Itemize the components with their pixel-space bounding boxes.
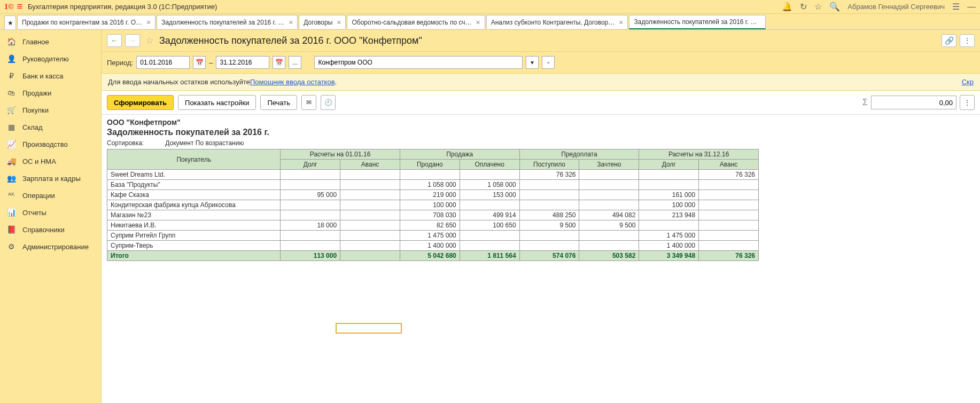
- table-row[interactable]: Никитаева И.В.18 00082 650100 6509 5009 …: [107, 220, 759, 231]
- history-icon[interactable]: ↻: [800, 2, 807, 12]
- show-settings-button[interactable]: Показать настройки: [178, 95, 256, 110]
- cell-total-value: [340, 251, 400, 261]
- cell-value: [281, 180, 340, 190]
- favorite-icon[interactable]: ☆: [145, 35, 154, 46]
- sidebar-item[interactable]: 📊Отчеты: [0, 204, 101, 221]
- cell-value: [699, 231, 759, 241]
- cell-value: [579, 190, 639, 200]
- tab[interactable]: Продажи по контрагентам за 2016 г. О…×: [17, 15, 155, 29]
- cell-value: 1 475 000: [639, 231, 699, 241]
- sidebar-icon: 📊: [6, 208, 16, 217]
- tab[interactable]: Анализ субконто Контрагенты, Договор…×: [486, 15, 628, 29]
- cell-buyer: Кафе Сказка: [107, 190, 281, 200]
- th-sold: Продано: [400, 160, 460, 170]
- settings-icon[interactable]: ☰: [952, 2, 960, 12]
- tab-label: Задолженность покупателей за 2016 г. …: [161, 19, 284, 26]
- sidebar-item[interactable]: 👤Руководителю: [0, 50, 101, 67]
- close-icon[interactable]: ×: [337, 18, 341, 27]
- table-row[interactable]: Суприм Ритейл Групп1 475 0001 475 000: [107, 231, 759, 241]
- cell-value: 213 948: [639, 210, 699, 220]
- cell-value: 499 914: [460, 210, 519, 220]
- tab-home[interactable]: ★: [4, 15, 16, 29]
- minimize-icon[interactable]: —: [967, 2, 976, 12]
- cell-value: [699, 180, 759, 190]
- org-dropdown-button[interactable]: ▾: [526, 56, 539, 69]
- nav-back-button[interactable]: ←: [107, 34, 122, 47]
- sidebar-item[interactable]: 🚚ОС и НМА: [0, 153, 101, 170]
- tab-label: Задолженность покупателей за 2016 г. …: [634, 18, 757, 26]
- sidebar-icon: 📕: [6, 225, 16, 234]
- sidebar-item[interactable]: ⚙Администрирование: [0, 238, 101, 255]
- sidebar-item[interactable]: 🛒Покупки: [0, 101, 101, 118]
- clock-icon[interactable]: 🕘: [321, 95, 336, 110]
- tab[interactable]: Договоры×: [299, 15, 346, 29]
- sidebar-item[interactable]: ▦Склад: [0, 118, 101, 136]
- tab[interactable]: Задолженность покупателей за 2016 г. …: [629, 15, 766, 29]
- table-row[interactable]: Суприм-Тверь1 400 0001 400 000: [107, 241, 759, 251]
- info-suffix: .: [335, 78, 337, 86]
- table-row[interactable]: Кондитерская фабрика купца Абрикосова100…: [107, 200, 759, 210]
- close-icon[interactable]: ×: [619, 18, 623, 27]
- sidebar-item[interactable]: ᴬᴷОперации: [0, 187, 101, 204]
- tab[interactable]: Оборотно-сальдовая ведомость по сч…×: [347, 15, 485, 29]
- user-name[interactable]: Абрамов Геннадий Сергеевич: [847, 3, 945, 11]
- cell-buyer: Суприм-Тверь: [107, 241, 281, 251]
- more-toolbar-button[interactable]: ⋮: [960, 95, 975, 110]
- sidebar-item[interactable]: 📕Справочники: [0, 221, 101, 238]
- sidebar-item-label: Главное: [22, 38, 49, 46]
- nav-forward-button[interactable]: →: [125, 34, 140, 47]
- sidebar-icon: 🛒: [6, 106, 16, 114]
- table-total-row: Итого113 0005 042 6801 811 564574 076503…: [107, 251, 759, 261]
- sidebar-item[interactable]: 👥Зарплата и кадры: [0, 170, 101, 187]
- sidebar-icon: ▦: [6, 123, 16, 131]
- email-icon[interactable]: ✉: [301, 95, 316, 110]
- cell-buyer: Кондитерская фабрика купца Абрикосова: [107, 200, 281, 210]
- cell-value: 153 000: [460, 190, 519, 200]
- sidebar-item[interactable]: 🛍Продажи: [0, 84, 101, 101]
- main-menu-icon[interactable]: ≡: [17, 1, 22, 12]
- cell-value: 219 000: [400, 190, 460, 200]
- cell-buyer: Магазин №23: [107, 210, 281, 220]
- date-from-input[interactable]: [136, 56, 190, 69]
- sidebar-icon: 👤: [6, 54, 16, 63]
- search-icon[interactable]: 🔍: [829, 2, 840, 12]
- sidebar-icon: 🛍: [6, 89, 16, 97]
- sort-label: Сортировка:: [107, 139, 144, 147]
- cell-value: [281, 200, 340, 210]
- sidebar-item-label: Отчеты: [22, 209, 46, 217]
- cell-value: [340, 210, 400, 220]
- tab[interactable]: Задолженность покупателей за 2016 г. …×: [157, 15, 298, 29]
- sidebar-toggle[interactable]: 🏠Главное: [0, 33, 101, 50]
- cell-value: [579, 200, 639, 210]
- close-icon[interactable]: ×: [289, 18, 293, 27]
- table-row[interactable]: Кафе Сказка95 000219 000153 000161 000: [107, 190, 759, 200]
- generate-button[interactable]: Сформировать: [107, 95, 174, 110]
- org-open-button[interactable]: ▫: [542, 56, 555, 69]
- more-icon[interactable]: ⋮: [960, 34, 975, 47]
- sidebar-item[interactable]: ₽Банк и касса: [0, 67, 101, 84]
- star-icon[interactable]: ☆: [814, 2, 822, 12]
- titlebar: 1© ≡ Бухгалтерия предприятия, редакция 3…: [0, 0, 980, 14]
- bell-icon[interactable]: 🔔: [782, 2, 792, 12]
- cell-value: [340, 180, 400, 190]
- table-row[interactable]: База "Продукты"1 058 0001 058 000: [107, 180, 759, 190]
- sidebar-item[interactable]: 📈Производство: [0, 136, 101, 153]
- close-icon[interactable]: ×: [146, 18, 151, 27]
- sidebar-item-label: Покупки: [22, 106, 49, 114]
- cell-value: 18 000: [281, 220, 340, 231]
- organization-input[interactable]: [314, 56, 523, 69]
- close-icon[interactable]: ×: [476, 18, 480, 27]
- sum-input[interactable]: [871, 96, 956, 109]
- print-button[interactable]: Печать: [260, 95, 297, 110]
- info-hide-link[interactable]: Скр: [962, 78, 974, 86]
- th-sale: Продажа: [400, 149, 519, 160]
- period-picker-button[interactable]: ...: [289, 56, 301, 69]
- table-row[interactable]: Магазин №23708 030499 914488 250494 0822…: [107, 210, 759, 220]
- table-row[interactable]: Sweet Dreams Ltd.76 32676 326: [107, 170, 759, 180]
- cell-value: [699, 190, 759, 200]
- calendar-from-icon[interactable]: 📅: [193, 56, 206, 69]
- date-to-input[interactable]: [216, 56, 269, 69]
- link-icon[interactable]: 🔗: [942, 34, 956, 47]
- calendar-to-icon[interactable]: 📅: [273, 56, 285, 69]
- info-link[interactable]: Помощник ввода остатков: [250, 78, 335, 86]
